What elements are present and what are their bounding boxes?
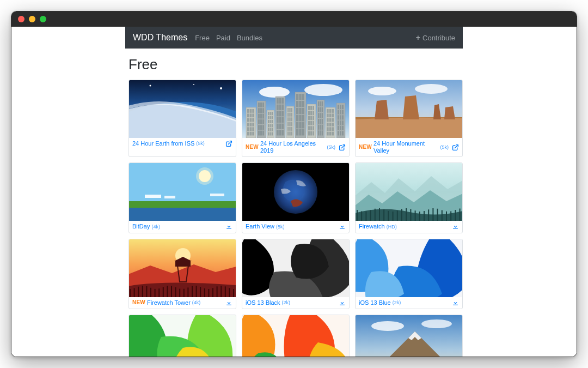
theme-title[interactable]: 24 Hour Los Angeles 2019 [260, 140, 326, 154]
download-icon[interactable] [225, 223, 232, 230]
minimize-window-icon[interactable] [29, 16, 35, 22]
svg-rect-91 [289, 113, 290, 117]
theme-resolution: (5k) [276, 224, 285, 230]
svg-rect-61 [268, 128, 269, 131]
theme-resolution: (2k) [282, 300, 291, 306]
theme-card [355, 315, 463, 357]
svg-rect-117 [302, 115, 304, 122]
svg-rect-148 [320, 107, 321, 112]
contribute-label: Contribute [422, 34, 455, 42]
theme-thumbnail[interactable] [242, 239, 349, 297]
theme-title[interactable]: BitDay [132, 223, 150, 230]
theme-resolution: (4k) [192, 300, 201, 306]
theme-meta: NEW 24 Hour Monument Valley (5k) [356, 138, 462, 156]
theme-resolution: (2k) [393, 300, 401, 306]
theme-thumbnail[interactable] [356, 80, 462, 138]
svg-rect-33 [258, 108, 260, 113]
svg-rect-68 [277, 98, 279, 104]
theme-title[interactable]: 24 Hour Monument Valley [373, 140, 439, 154]
svg-rect-212 [164, 196, 175, 198]
svg-rect-129 [310, 111, 312, 115]
svg-rect-47 [262, 131, 264, 136]
svg-rect-49 [268, 112, 269, 115]
svg-rect-102 [287, 131, 289, 135]
svg-rect-123 [302, 129, 304, 136]
contribute-link[interactable]: + Contribute [416, 34, 455, 42]
theme-title[interactable]: Earth View [246, 223, 274, 230]
svg-rect-85 [281, 130, 284, 135]
theme-title[interactable]: Firewatch Tower [147, 299, 191, 306]
svg-rect-145 [320, 101, 321, 106]
svg-rect-34 [260, 108, 262, 113]
svg-rect-175 [327, 127, 329, 131]
external-link-icon[interactable] [452, 144, 459, 151]
svg-rect-52 [268, 116, 269, 119]
svg-rect-134 [308, 121, 310, 125]
svg-rect-23 [247, 127, 249, 131]
theme-thumbnail[interactable] [356, 163, 462, 221]
theme-title[interactable]: Firewatch [359, 223, 385, 230]
svg-rect-165 [332, 109, 334, 113]
svg-rect-98 [291, 122, 292, 126]
svg-rect-219 [175, 261, 191, 267]
svg-rect-115 [296, 115, 298, 122]
svg-rect-96 [287, 122, 289, 126]
theme-card: NEW 24 Hour Los Angeles 2019 (5k) [242, 80, 350, 157]
svg-rect-76 [281, 111, 284, 116]
svg-rect-149 [322, 107, 323, 112]
svg-rect-22 [252, 123, 254, 126]
theme-resolution: (4k) [151, 224, 160, 230]
nav-link-free[interactable]: Free [195, 34, 210, 42]
svg-rect-213 [210, 194, 224, 196]
theme-card: 24 Hour Earth from ISS (5k) [128, 80, 236, 157]
svg-rect-109 [296, 101, 298, 107]
brand[interactable]: WDD Themes [133, 33, 187, 43]
svg-rect-27 [250, 132, 252, 136]
svg-rect-59 [270, 124, 271, 128]
theme-thumbnail[interactable] [129, 315, 236, 357]
nav-link-bundles[interactable]: Bundles [237, 34, 262, 42]
theme-resolution: (5k) [440, 144, 449, 150]
theme-thumbnail[interactable] [129, 80, 236, 138]
download-icon[interactable] [339, 223, 346, 230]
external-link-icon[interactable] [339, 144, 346, 151]
theme-thumbnail[interactable] [356, 315, 462, 357]
theme-thumbnail[interactable] [242, 80, 349, 138]
svg-rect-192 [340, 120, 341, 125]
svg-rect-118 [296, 122, 298, 129]
svg-rect-141 [310, 131, 312, 136]
maximize-window-icon[interactable] [40, 16, 46, 22]
theme-title[interactable]: iOS 13 Black [246, 299, 280, 306]
svg-rect-183 [340, 105, 341, 109]
svg-rect-41 [262, 119, 264, 124]
theme-thumbnail[interactable] [242, 163, 349, 221]
svg-rect-32 [262, 102, 264, 107]
theme-thumbnail[interactable] [356, 239, 462, 297]
svg-rect-139 [313, 126, 314, 130]
external-link-icon[interactable] [225, 140, 232, 147]
theme-thumbnail[interactable] [242, 315, 349, 357]
svg-rect-176 [329, 127, 332, 131]
svg-rect-154 [320, 119, 321, 124]
svg-rect-62 [270, 128, 271, 131]
download-icon[interactable] [225, 299, 232, 306]
theme-meta: BitDay (4k) [129, 221, 236, 232]
download-icon[interactable] [452, 299, 459, 306]
download-icon[interactable] [339, 299, 346, 306]
svg-rect-36 [258, 114, 260, 119]
theme-meta: NEW 24 Hour Los Angeles 2019 (5k) [242, 138, 349, 156]
svg-rect-64 [268, 132, 269, 136]
download-icon[interactable] [452, 223, 459, 230]
svg-rect-111 [302, 101, 304, 107]
svg-rect-12 [250, 109, 252, 113]
theme-title[interactable]: 24 Hour Earth from ISS [132, 140, 194, 147]
close-window-icon[interactable] [18, 16, 24, 22]
svg-rect-15 [250, 113, 252, 117]
svg-rect-156 [318, 125, 319, 130]
svg-point-210 [196, 167, 213, 185]
theme-thumbnail[interactable] [129, 239, 236, 297]
nav-link-paid[interactable]: Paid [216, 34, 230, 42]
theme-thumbnail[interactable] [129, 163, 236, 221]
theme-resolution: (HD) [387, 224, 397, 230]
theme-title[interactable]: iOS 13 Blue [359, 299, 391, 306]
